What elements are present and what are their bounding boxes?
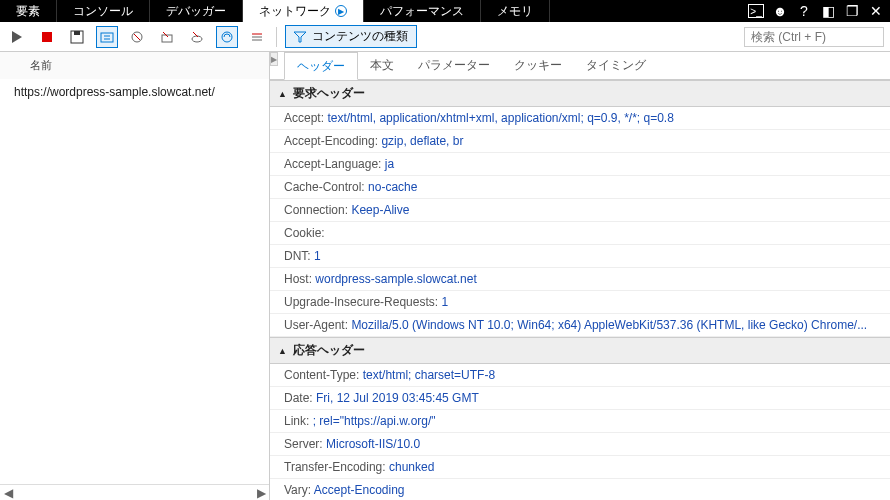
- clear-entries-button[interactable]: [246, 26, 268, 48]
- tab-memory[interactable]: メモリ: [481, 0, 550, 22]
- devtools-tabs: 要素 コンソール デバッガー ネットワーク ▶ パフォーマンス メモリ >_ ☻…: [0, 0, 890, 22]
- header-row[interactable]: Server: Microsoft-IIS/10.0: [270, 433, 890, 456]
- network-toolbar: コンテンツの種類: [0, 22, 890, 52]
- tab-debugger[interactable]: デバッガー: [150, 0, 243, 22]
- headers-body: ▲要求ヘッダーAccept: text/html, application/xh…: [270, 80, 890, 500]
- collapse-grip-icon[interactable]: ▶: [270, 52, 278, 66]
- console-drawer-icon[interactable]: >_: [748, 4, 764, 18]
- header-row[interactable]: Accept-Encoding: gzip, deflate, br: [270, 130, 890, 153]
- header-row[interactable]: DNT: 1: [270, 245, 890, 268]
- help-icon[interactable]: ?: [796, 3, 812, 19]
- header-value: Keep-Alive: [351, 203, 409, 217]
- collapse-triangle-icon: ▲: [278, 89, 287, 99]
- tab-cookies[interactable]: クッキー: [502, 52, 574, 79]
- request-headers-section[interactable]: ▲要求ヘッダー: [270, 80, 890, 107]
- header-value: text/html, application/xhtml+xml, applic…: [327, 111, 674, 125]
- header-key: User-Agent:: [284, 318, 348, 332]
- header-key: Server:: [284, 437, 323, 451]
- request-row[interactable]: https://wordpress-sample.slowcat.net/: [0, 79, 269, 105]
- save-button[interactable]: [66, 26, 88, 48]
- header-key: Accept-Language:: [284, 157, 381, 171]
- header-value: ; rel="https://api.w.org/": [313, 414, 436, 428]
- header-value: 1: [314, 249, 321, 263]
- header-row[interactable]: Content-Type: text/html; charset=UTF-8: [270, 364, 890, 387]
- header-key: Transfer-Encoding:: [284, 460, 386, 474]
- content-type-filter[interactable]: コンテンツの種類: [285, 25, 417, 48]
- svg-point-11: [192, 36, 202, 42]
- header-value: chunked: [389, 460, 434, 474]
- header-key: Cookie:: [284, 226, 325, 240]
- collapse-triangle-icon: ▲: [278, 346, 287, 356]
- header-row[interactable]: Vary: Accept-Encoding: [270, 479, 890, 500]
- svg-marker-17: [294, 32, 306, 42]
- tab-timing[interactable]: タイミング: [574, 52, 658, 79]
- stop-button[interactable]: [36, 26, 58, 48]
- header-value: no-cache: [368, 180, 417, 194]
- dock-icon[interactable]: ◧: [820, 3, 836, 19]
- svg-rect-4: [101, 33, 113, 42]
- scroll-right-icon[interactable]: ▶: [253, 486, 269, 500]
- header-key: Upgrade-Insecure-Requests:: [284, 295, 438, 309]
- tab-console[interactable]: コンソール: [57, 0, 150, 22]
- details-tabs: ヘッダー 本文 パラメーター クッキー タイミング: [270, 52, 890, 80]
- header-row[interactable]: Date: Fri, 12 Jul 2019 03:45:45 GMT: [270, 387, 890, 410]
- horizontal-scrollbar[interactable]: ◀ ▶: [0, 484, 269, 500]
- header-row[interactable]: Connection: Keep-Alive: [270, 199, 890, 222]
- tab-headers[interactable]: ヘッダー: [284, 52, 358, 80]
- header-row[interactable]: Cookie:: [270, 222, 890, 245]
- toolbar-divider: [276, 27, 277, 47]
- header-key: Link:: [284, 414, 309, 428]
- header-value: Accept-Encoding: [314, 483, 405, 497]
- tab-performance[interactable]: パフォーマンス: [364, 0, 481, 22]
- header-value: ja: [385, 157, 394, 171]
- header-row[interactable]: Upgrade-Insecure-Requests: 1: [270, 291, 890, 314]
- header-key: Accept-Encoding:: [284, 134, 378, 148]
- header-row[interactable]: Accept: text/html, application/xhtml+xml…: [270, 107, 890, 130]
- header-key: Date:: [284, 391, 313, 405]
- network-play-icon: ▶: [335, 5, 347, 17]
- header-value: Fri, 12 Jul 2019 03:45:45 GMT: [316, 391, 479, 405]
- header-value: 1: [441, 295, 448, 309]
- header-key: Content-Type:: [284, 368, 359, 382]
- tab-elements[interactable]: 要素: [0, 0, 57, 22]
- tab-network[interactable]: ネットワーク ▶: [243, 0, 364, 22]
- tab-body[interactable]: 本文: [358, 52, 406, 79]
- feedback-icon[interactable]: ☻: [772, 3, 788, 19]
- svg-line-8: [134, 34, 140, 40]
- header-key: DNT:: [284, 249, 311, 263]
- header-row[interactable]: Link: ; rel="https://api.w.org/": [270, 410, 890, 433]
- svg-rect-3: [74, 31, 80, 35]
- header-row[interactable]: Accept-Language: ja: [270, 153, 890, 176]
- header-row[interactable]: Cache-Control: no-cache: [270, 176, 890, 199]
- filter-label: コンテンツの種類: [312, 28, 408, 45]
- undock-icon[interactable]: ❐: [844, 3, 860, 19]
- header-row[interactable]: Transfer-Encoding: chunked: [270, 456, 890, 479]
- header-key: Cache-Control:: [284, 180, 365, 194]
- details-pane: ▶ ヘッダー 本文 パラメーター クッキー タイミング ▲要求ヘッダーAccep…: [270, 52, 890, 500]
- filter-icon: [294, 31, 306, 43]
- bypass-sw-button[interactable]: [216, 26, 238, 48]
- clear-cache-button[interactable]: [156, 26, 178, 48]
- close-icon[interactable]: ✕: [868, 3, 884, 19]
- name-column-header[interactable]: 名前: [0, 52, 269, 79]
- top-right-controls: >_ ☻ ? ◧ ❐ ✕: [742, 0, 890, 22]
- header-row[interactable]: Host: wordpress-sample.slowcat.net: [270, 268, 890, 291]
- header-key: Vary:: [284, 483, 311, 497]
- header-value: text/html; charset=UTF-8: [363, 368, 495, 382]
- header-row[interactable]: User-Agent: Mozilla/5.0 (Windows NT 10.0…: [270, 314, 890, 337]
- header-key: Connection:: [284, 203, 348, 217]
- search-box: [744, 27, 884, 47]
- search-input[interactable]: [744, 27, 884, 47]
- header-key: Host:: [284, 272, 312, 286]
- preserve-log-button[interactable]: [96, 26, 118, 48]
- play-pause-button[interactable]: [6, 26, 28, 48]
- header-key: Accept:: [284, 111, 324, 125]
- scroll-left-icon[interactable]: ◀: [0, 486, 16, 500]
- tab-parameters[interactable]: パラメーター: [406, 52, 502, 79]
- header-value: gzip, deflate, br: [381, 134, 463, 148]
- response-headers-section[interactable]: ▲応答ヘッダー: [270, 337, 890, 364]
- clear-session-button[interactable]: [126, 26, 148, 48]
- clear-cookies-button[interactable]: [186, 26, 208, 48]
- svg-marker-0: [12, 31, 22, 43]
- tab-network-label: ネットワーク: [259, 3, 331, 20]
